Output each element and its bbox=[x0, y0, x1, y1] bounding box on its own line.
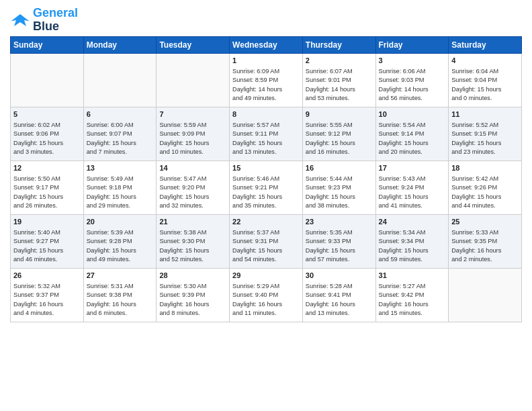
day-info: Sunrise: 5:52 AM Sunset: 9:15 PM Dayligh… bbox=[451, 121, 519, 156]
logo-text: General Blue bbox=[33, 7, 78, 34]
calendar-cell: 6Sunrise: 6:00 AM Sunset: 9:07 PM Daylig… bbox=[83, 107, 157, 161]
calendar-week-row: 19Sunrise: 5:40 AM Sunset: 9:27 PM Dayli… bbox=[11, 214, 522, 268]
calendar-cell: 11Sunrise: 5:52 AM Sunset: 9:15 PM Dayli… bbox=[449, 107, 522, 161]
weekday-header-friday: Friday bbox=[375, 36, 449, 53]
day-info: Sunrise: 5:47 AM Sunset: 9:20 PM Dayligh… bbox=[159, 175, 226, 210]
calendar-cell: 17Sunrise: 5:43 AM Sunset: 9:24 PM Dayli… bbox=[375, 161, 449, 214]
day-info: Sunrise: 5:30 AM Sunset: 9:39 PM Dayligh… bbox=[159, 282, 226, 318]
day-number: 25 bbox=[451, 217, 519, 227]
calendar-cell: 12Sunrise: 5:50 AM Sunset: 9:17 PM Dayli… bbox=[11, 161, 84, 214]
calendar-cell: 23Sunrise: 5:35 AM Sunset: 9:33 PM Dayli… bbox=[302, 214, 375, 268]
day-info: Sunrise: 5:54 AM Sunset: 9:14 PM Dayligh… bbox=[379, 121, 446, 156]
day-number: 3 bbox=[379, 56, 446, 66]
day-number: 13 bbox=[87, 163, 154, 173]
day-info: Sunrise: 6:09 AM Sunset: 8:59 PM Dayligh… bbox=[232, 67, 300, 103]
weekday-header-thursday: Thursday bbox=[302, 36, 375, 53]
weekday-header-row: SundayMondayTuesdayWednesdayThursdayFrid… bbox=[11, 36, 522, 53]
weekday-header-wednesday: Wednesday bbox=[230, 36, 303, 53]
day-info: Sunrise: 5:32 AM Sunset: 9:37 PM Dayligh… bbox=[13, 282, 81, 318]
day-number: 5 bbox=[13, 109, 81, 120]
calendar-cell bbox=[11, 53, 84, 107]
calendar-cell: 25Sunrise: 5:33 AM Sunset: 9:35 PM Dayli… bbox=[449, 214, 522, 268]
day-info: Sunrise: 5:50 AM Sunset: 9:17 PM Dayligh… bbox=[13, 175, 81, 210]
calendar-week-row: 26Sunrise: 5:32 AM Sunset: 9:37 PM Dayli… bbox=[11, 268, 522, 322]
day-number: 28 bbox=[159, 271, 226, 281]
logo-icon bbox=[10, 10, 30, 30]
day-info: Sunrise: 5:34 AM Sunset: 9:34 PM Dayligh… bbox=[379, 228, 446, 264]
calendar-cell: 27Sunrise: 5:31 AM Sunset: 9:38 PM Dayli… bbox=[83, 268, 157, 322]
day-info: Sunrise: 5:35 AM Sunset: 9:33 PM Dayligh… bbox=[306, 228, 373, 264]
day-info: Sunrise: 5:27 AM Sunset: 9:42 PM Dayligh… bbox=[379, 282, 446, 318]
weekday-header-monday: Monday bbox=[83, 36, 157, 53]
calendar-cell: 20Sunrise: 5:39 AM Sunset: 9:28 PM Dayli… bbox=[83, 214, 157, 268]
day-info: Sunrise: 6:00 AM Sunset: 9:07 PM Dayligh… bbox=[87, 121, 154, 156]
calendar-cell: 8Sunrise: 5:57 AM Sunset: 9:11 PM Daylig… bbox=[230, 107, 303, 161]
day-info: Sunrise: 5:31 AM Sunset: 9:38 PM Dayligh… bbox=[87, 282, 154, 318]
day-info: Sunrise: 5:38 AM Sunset: 9:30 PM Dayligh… bbox=[159, 228, 226, 264]
calendar-cell bbox=[83, 53, 157, 107]
day-info: Sunrise: 5:37 AM Sunset: 9:31 PM Dayligh… bbox=[232, 228, 300, 264]
day-info: Sunrise: 5:49 AM Sunset: 9:18 PM Dayligh… bbox=[87, 175, 154, 210]
weekday-header-sunday: Sunday bbox=[11, 36, 84, 53]
calendar-cell: 13Sunrise: 5:49 AM Sunset: 9:18 PM Dayli… bbox=[83, 161, 157, 214]
calendar-cell: 9Sunrise: 5:55 AM Sunset: 9:12 PM Daylig… bbox=[302, 107, 375, 161]
day-number: 23 bbox=[306, 217, 373, 227]
calendar-table: SundayMondayTuesdayWednesdayThursdayFrid… bbox=[10, 36, 522, 322]
calendar-cell: 4Sunrise: 6:04 AM Sunset: 9:04 PM Daylig… bbox=[449, 53, 522, 107]
day-number: 31 bbox=[379, 271, 446, 281]
day-info: Sunrise: 5:59 AM Sunset: 9:09 PM Dayligh… bbox=[159, 121, 226, 156]
calendar-cell: 2Sunrise: 6:07 AM Sunset: 9:01 PM Daylig… bbox=[302, 53, 375, 107]
calendar-cell: 7Sunrise: 5:59 AM Sunset: 9:09 PM Daylig… bbox=[157, 107, 230, 161]
day-number: 6 bbox=[87, 109, 154, 120]
day-number: 15 bbox=[232, 163, 300, 173]
day-info: Sunrise: 5:39 AM Sunset: 9:28 PM Dayligh… bbox=[87, 228, 154, 264]
svg-marker-0 bbox=[11, 14, 30, 26]
calendar-week-row: 12Sunrise: 5:50 AM Sunset: 9:17 PM Dayli… bbox=[11, 161, 522, 214]
day-number: 21 bbox=[159, 217, 226, 227]
day-number: 10 bbox=[379, 109, 446, 120]
day-info: Sunrise: 6:02 AM Sunset: 9:06 PM Dayligh… bbox=[13, 121, 81, 156]
day-number: 7 bbox=[159, 109, 226, 120]
day-number: 19 bbox=[13, 217, 81, 227]
calendar-cell: 22Sunrise: 5:37 AM Sunset: 9:31 PM Dayli… bbox=[230, 214, 303, 268]
day-number: 30 bbox=[306, 271, 373, 281]
day-number: 8 bbox=[232, 109, 300, 120]
calendar-week-row: 1Sunrise: 6:09 AM Sunset: 8:59 PM Daylig… bbox=[11, 53, 522, 107]
day-number: 9 bbox=[306, 109, 373, 120]
day-info: Sunrise: 5:28 AM Sunset: 9:41 PM Dayligh… bbox=[306, 282, 373, 318]
day-number: 1 bbox=[232, 56, 300, 66]
page-header: General Blue bbox=[10, 7, 522, 34]
calendar-cell: 30Sunrise: 5:28 AM Sunset: 9:41 PM Dayli… bbox=[302, 268, 375, 322]
day-number: 14 bbox=[159, 163, 226, 173]
calendar-cell: 3Sunrise: 6:06 AM Sunset: 9:03 PM Daylig… bbox=[375, 53, 449, 107]
day-info: Sunrise: 5:43 AM Sunset: 9:24 PM Dayligh… bbox=[379, 175, 446, 210]
calendar-cell: 26Sunrise: 5:32 AM Sunset: 9:37 PM Dayli… bbox=[11, 268, 84, 322]
weekday-header-saturday: Saturday bbox=[449, 36, 522, 53]
day-info: Sunrise: 6:07 AM Sunset: 9:01 PM Dayligh… bbox=[306, 67, 373, 103]
day-info: Sunrise: 5:46 AM Sunset: 9:21 PM Dayligh… bbox=[232, 175, 300, 210]
calendar-cell: 19Sunrise: 5:40 AM Sunset: 9:27 PM Dayli… bbox=[11, 214, 84, 268]
day-number: 20 bbox=[87, 217, 154, 227]
calendar-cell: 21Sunrise: 5:38 AM Sunset: 9:30 PM Dayli… bbox=[157, 214, 230, 268]
calendar-cell: 28Sunrise: 5:30 AM Sunset: 9:39 PM Dayli… bbox=[157, 268, 230, 322]
day-number: 22 bbox=[232, 217, 300, 227]
day-info: Sunrise: 5:57 AM Sunset: 9:11 PM Dayligh… bbox=[232, 121, 300, 156]
calendar-cell: 31Sunrise: 5:27 AM Sunset: 9:42 PM Dayli… bbox=[375, 268, 449, 322]
day-number: 17 bbox=[379, 163, 446, 173]
day-info: Sunrise: 5:55 AM Sunset: 9:12 PM Dayligh… bbox=[306, 121, 373, 156]
day-number: 27 bbox=[87, 271, 154, 281]
calendar-cell: 15Sunrise: 5:46 AM Sunset: 9:21 PM Dayli… bbox=[230, 161, 303, 214]
day-number: 18 bbox=[451, 163, 519, 173]
day-info: Sunrise: 5:44 AM Sunset: 9:23 PM Dayligh… bbox=[306, 175, 373, 210]
calendar-cell: 18Sunrise: 5:42 AM Sunset: 9:26 PM Dayli… bbox=[449, 161, 522, 214]
calendar-cell bbox=[449, 268, 522, 322]
calendar-cell bbox=[157, 53, 230, 107]
calendar-week-row: 5Sunrise: 6:02 AM Sunset: 9:06 PM Daylig… bbox=[11, 107, 522, 161]
calendar-cell: 24Sunrise: 5:34 AM Sunset: 9:34 PM Dayli… bbox=[375, 214, 449, 268]
day-info: Sunrise: 5:29 AM Sunset: 9:40 PM Dayligh… bbox=[232, 282, 300, 318]
day-number: 11 bbox=[451, 109, 519, 120]
calendar-cell: 29Sunrise: 5:29 AM Sunset: 9:40 PM Dayli… bbox=[230, 268, 303, 322]
day-number: 12 bbox=[13, 163, 81, 173]
day-number: 2 bbox=[306, 56, 373, 66]
logo: General Blue bbox=[10, 7, 78, 34]
